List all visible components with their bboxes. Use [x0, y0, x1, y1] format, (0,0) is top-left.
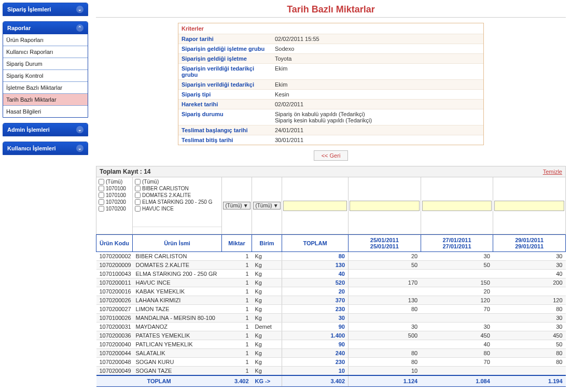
- table-row[interactable]: 1070200049SOGAN TAZE1Kg1010: [96, 367, 566, 376]
- nav-header-admin[interactable]: Admin İşlemleri ⌄: [3, 123, 88, 136]
- nav-header-kullanici[interactable]: Kullanıcı İşlemleri ⌄: [3, 142, 88, 155]
- th-toplam[interactable]: TOPLAM: [282, 235, 349, 252]
- th-birim[interactable]: Birim: [252, 235, 282, 252]
- cell-date-value: 80: [493, 358, 566, 367]
- criteria-value: 02/02/2011: [272, 100, 483, 109]
- cell-date-value: 50: [349, 261, 421, 270]
- cell-date-value: 30: [421, 252, 493, 261]
- filter-list-codes[interactable]: (Tümü) 1070100 1070100 1070200 1070200: [96, 177, 132, 227]
- filter-item[interactable]: HAVUC INCE: [134, 205, 220, 212]
- table-row[interactable]: 1070200048SOGAN KURU1Kg230807080: [96, 358, 566, 367]
- cell-toplam: 130: [282, 261, 349, 270]
- filter-item[interactable]: DOMATES 2.KALITE: [134, 192, 220, 199]
- checkbox[interactable]: [99, 192, 104, 198]
- filter-date2-input[interactable]: [422, 201, 492, 211]
- filter-item[interactable]: 1070100: [98, 192, 131, 199]
- criteria-row: Sipariş tipiKesin: [178, 89, 483, 99]
- table-row[interactable]: 1070200040PATLICAN YEMEKLIK1Kg904050: [96, 340, 566, 349]
- chevron-down-icon: ⌄: [76, 145, 83, 152]
- cell-toplam: 20: [282, 287, 349, 296]
- sidebar-item[interactable]: Ürün Raporları: [3, 34, 88, 46]
- table-row[interactable]: 1070200002BIBER CARLISTON1Kg80203030: [96, 252, 566, 261]
- criteria-label: Hareket tarihi: [178, 100, 272, 109]
- table-row[interactable]: 1070200016KABAK YEMEKLIK1Kg2020: [96, 287, 566, 296]
- filter-item[interactable]: 1070200: [98, 199, 131, 205]
- cell-toplam: 90: [282, 323, 349, 331]
- cell-birim: Kg: [252, 261, 282, 270]
- criteria-label: Siparişin verildiği tedarikçi: [178, 80, 272, 89]
- criteria-label: Siparişin verildiği tedarikçi grubu: [178, 64, 272, 79]
- filter-date3-input[interactable]: [494, 201, 564, 211]
- table-row[interactable]: 1070100026MANDALINA - MERSIN 80-1001Kg30…: [96, 314, 566, 323]
- cell-miktar: 1: [222, 261, 252, 270]
- th-date-0[interactable]: 25/01/201125/01/2011: [349, 235, 421, 252]
- sidebar-item[interactable]: Sipariş Kontrol: [3, 69, 88, 81]
- checkbox[interactable]: [135, 199, 141, 205]
- table-row[interactable]: 1070200036PATATES YEMEKLIK1Kg1.400500450…: [96, 331, 566, 340]
- checkbox[interactable]: [135, 186, 141, 191]
- cell-miktar: 1: [222, 340, 252, 349]
- table-row[interactable]: 1070200031MAYDANOZ1Demet90303030: [96, 323, 566, 331]
- filter-item-all[interactable]: (Tümü): [98, 178, 131, 185]
- criteria-value: Kesin: [272, 90, 483, 99]
- cell-date-value: 80: [349, 305, 421, 314]
- filter-item[interactable]: BIBER CARLISTON: [134, 185, 220, 192]
- filter-miktar-all[interactable]: (Tümü)▼: [223, 202, 250, 209]
- clear-link[interactable]: Temizle: [543, 169, 562, 175]
- cell-miktar: 1: [222, 270, 252, 278]
- cell-date-value: 80: [421, 349, 493, 358]
- filter-date1-input[interactable]: [350, 201, 420, 211]
- checkbox[interactable]: [135, 206, 141, 212]
- checkbox[interactable]: [99, 179, 104, 185]
- filter-item[interactable]: 1070200: [98, 205, 131, 212]
- filter-toplam-input[interactable]: [283, 201, 347, 211]
- sidebar-item[interactable]: İşletme Bazlı Miktarlar: [3, 81, 88, 93]
- sidebar-item[interactable]: Hasat Bilgileri: [3, 105, 88, 117]
- filter-item[interactable]: 1070100: [98, 185, 131, 192]
- criteria-value: Ekim: [272, 80, 483, 89]
- th-name[interactable]: Ürün İsmi: [133, 235, 222, 252]
- cell-miktar: 1: [222, 252, 252, 261]
- th-miktar[interactable]: Miktar: [222, 235, 252, 252]
- th-date-1[interactable]: 27/01/201127/01/2011: [421, 235, 493, 252]
- table-row[interactable]: 1070100043ELMA STARKING 200 - 250 GR1Kg4…: [96, 270, 566, 278]
- nav-label: Sipariş İşlemleri: [7, 6, 51, 12]
- checkbox[interactable]: [135, 192, 141, 198]
- criteria-row: Teslimat başlangıç tarihi24/01/2011: [178, 125, 483, 135]
- criteria-row: Hareket tarihi02/02/2011: [178, 99, 483, 109]
- checkbox[interactable]: [135, 179, 141, 185]
- sidebar-item[interactable]: Kullanıcı Raporları: [3, 46, 88, 58]
- cell-birim: Demet: [252, 323, 282, 331]
- th-date-2[interactable]: 29/01/201129/01/2011: [493, 235, 566, 252]
- cell-miktar: 1: [222, 314, 252, 323]
- filter-item[interactable]: ELMA STARKING 200 - 250 G: [134, 199, 220, 205]
- table-row[interactable]: 1070200044SALATALIK1Kg240808080: [96, 349, 566, 358]
- cell-name: SOGAN TAZE: [133, 367, 222, 376]
- checkbox[interactable]: [99, 206, 104, 212]
- cell-date-value: 80: [493, 349, 566, 358]
- table-row[interactable]: 1070200011HAVUC INCE1Kg520170150200: [96, 278, 566, 287]
- nav-header-siparis[interactable]: Sipariş İşlemleri ⌄: [3, 3, 88, 16]
- cell-birim: Kg: [252, 305, 282, 314]
- criteria-label: Teslimat başlangıç tarihi: [178, 125, 272, 135]
- table-row[interactable]: 1070200009DOMATES 2.KALITE1Kg130505030: [96, 261, 566, 270]
- nav-header-raporlar[interactable]: Raporlar ⌃: [3, 22, 88, 34]
- filter-scroll-x[interactable]: [133, 227, 221, 234]
- checkbox[interactable]: [99, 199, 104, 205]
- cell-name: PATLICAN YEMEKLIK: [133, 340, 222, 349]
- filter-list-names[interactable]: (Tümü) BIBER CARLISTON DOMATES 2.KALITE …: [133, 177, 221, 227]
- cell-date-value: [349, 270, 421, 278]
- cell-toplam: 520: [282, 278, 349, 287]
- sidebar-item[interactable]: Sipariş Durum: [3, 58, 88, 69]
- table-row[interactable]: 1070200026LAHANA KIRMIZI1Kg370130120120: [96, 296, 566, 305]
- filter-item-all[interactable]: (Tümü): [134, 178, 220, 185]
- th-code[interactable]: Ürün Kodu: [96, 235, 133, 252]
- checkbox[interactable]: [99, 186, 104, 191]
- sidebar-item[interactable]: Tarih Bazlı Miktarlar: [3, 93, 88, 105]
- cell-date-value: 50: [421, 261, 493, 270]
- back-button[interactable]: << Geri: [314, 150, 349, 161]
- cell-toplam: 90: [282, 340, 349, 349]
- cell-date-value: 30: [349, 323, 421, 331]
- filter-birim-all[interactable]: (Tümü)▼: [253, 202, 280, 209]
- table-row[interactable]: 1070200027LIMON TAZE1Kg230807080: [96, 305, 566, 314]
